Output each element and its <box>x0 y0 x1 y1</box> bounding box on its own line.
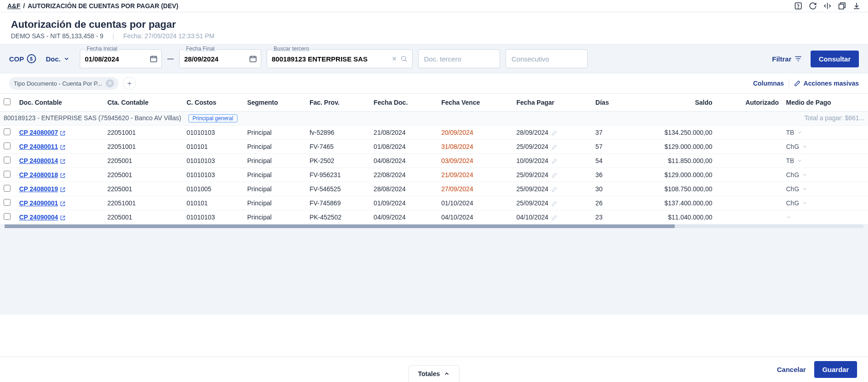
cell-aut[interactable] <box>716 196 783 210</box>
download-icon[interactable] <box>852 2 861 10</box>
cell-cc: 01010103 <box>183 154 243 168</box>
external-link-icon[interactable] <box>60 130 66 136</box>
row-checkbox[interactable] <box>4 128 10 135</box>
pencil-icon[interactable] <box>551 158 558 164</box>
pencil-icon[interactable] <box>551 186 558 193</box>
cell-aut[interactable] <box>716 126 783 140</box>
row-checkbox[interactable] <box>4 199 10 206</box>
cell-fpag[interactable]: 25/09/2024 <box>513 140 592 154</box>
doc-link[interactable]: CP 24080011 <box>19 143 58 150</box>
calendar-icon[interactable] <box>150 55 158 63</box>
consultar-button[interactable]: Consultar <box>811 51 859 67</box>
row-checkbox[interactable] <box>4 185 10 192</box>
svg-rect-4 <box>250 56 256 62</box>
calendar-icon[interactable] <box>249 55 257 63</box>
external-link-icon[interactable] <box>60 215 66 221</box>
clear-icon[interactable] <box>391 56 398 62</box>
external-link-icon[interactable] <box>60 144 66 150</box>
cell-fpag[interactable]: 28/09/2024 <box>513 126 592 140</box>
split-icon[interactable] <box>823 2 832 10</box>
table-row: CP 2408001922050010101005PrincipalFV-546… <box>0 182 868 196</box>
date-to-field[interactable]: Fecha Final <box>179 49 261 68</box>
cell-aut[interactable] <box>716 210 783 224</box>
cell-medio[interactable]: ChG <box>782 196 868 210</box>
chip-close-icon[interactable]: ✕ <box>106 79 114 87</box>
pencil-icon[interactable] <box>551 130 558 136</box>
row-checkbox[interactable] <box>4 143 10 149</box>
cell-medio[interactable]: TB <box>782 154 868 168</box>
cell-fpag[interactable]: 25/09/2024 <box>513 168 592 182</box>
doc-link[interactable]: CP 24090004 <box>19 214 58 221</box>
cell-aut[interactable] <box>716 154 783 168</box>
refresh-icon[interactable] <box>809 2 817 10</box>
row-checkbox[interactable] <box>4 157 10 163</box>
cell-medio[interactable]: ChG <box>782 182 868 196</box>
row-checkbox[interactable] <box>4 213 10 220</box>
col-fpag[interactable]: Fecha Pagar <box>513 94 592 112</box>
cell-fpag[interactable]: 25/09/2024 <box>513 196 592 210</box>
cell-fpag[interactable]: 10/09/2024 <box>513 154 592 168</box>
row-checkbox[interactable] <box>4 171 10 178</box>
col-cta[interactable]: Cta. Contable <box>104 94 183 112</box>
cell-fdoc: 04/09/2024 <box>370 210 438 224</box>
group-badge: Principal general <box>188 114 237 122</box>
col-fven[interactable]: Fecha Vence <box>438 94 513 112</box>
consecutivo-input[interactable] <box>506 49 588 68</box>
cell-aut[interactable] <box>716 140 783 154</box>
cell-fven: 31/08/2024 <box>438 140 513 154</box>
doc-tercero-input[interactable] <box>418 49 500 68</box>
pencil-icon[interactable] <box>551 172 558 178</box>
col-doc[interactable]: Doc. Contable <box>16 94 104 112</box>
cell-cc: 0101005 <box>183 182 243 196</box>
cell-aut[interactable] <box>716 168 783 182</box>
pencil-icon[interactable] <box>551 200 558 207</box>
select-all-checkbox[interactable] <box>4 98 10 105</box>
doc-link[interactable]: CP 24090001 <box>19 199 58 207</box>
pencil-icon[interactable] <box>551 144 558 150</box>
date-from-field[interactable]: Fecha Inicial <box>80 49 162 68</box>
col-seg[interactable]: Segmento <box>243 94 306 112</box>
cell-fdoc: 04/08/2024 <box>370 154 438 168</box>
col-saldo[interactable]: Saldo <box>626 94 716 112</box>
doc-link[interactable]: CP 24080018 <box>19 171 58 178</box>
popout-icon[interactable] <box>838 2 846 10</box>
col-aut[interactable]: Autorizado <box>716 94 783 112</box>
cell-medio[interactable]: ChG <box>782 168 868 182</box>
doc-link[interactable]: CP 24080019 <box>19 185 58 193</box>
col-fdoc[interactable]: Fecha Doc. <box>370 94 438 112</box>
search-icon[interactable] <box>400 55 408 62</box>
help-icon[interactable] <box>794 2 802 10</box>
date-to-input[interactable] <box>180 55 239 63</box>
pencil-icon[interactable] <box>551 214 558 221</box>
doc-type-selector[interactable]: Doc. <box>41 55 75 63</box>
external-link-icon[interactable] <box>60 201 66 207</box>
bulk-actions-button[interactable]: Acciones masivas <box>794 80 859 87</box>
cell-fac: PK-2502 <box>306 154 370 168</box>
col-medio[interactable]: Medio de Pago <box>782 94 868 112</box>
columns-button[interactable]: Columnas <box>753 80 784 87</box>
add-filter-button[interactable]: ＋ <box>123 77 136 90</box>
cell-medio[interactable]: TB <box>782 126 868 140</box>
cell-fpag[interactable]: 25/09/2024 <box>513 182 592 196</box>
horizontal-scrollbar[interactable] <box>5 224 863 228</box>
doc-link[interactable]: CP 24080007 <box>19 129 58 136</box>
external-link-icon[interactable] <box>60 158 66 164</box>
doc-link[interactable]: CP 24080014 <box>19 157 58 164</box>
breadcrumb-root[interactable]: A&F <box>7 2 21 10</box>
filter-chip-tipo-documento[interactable]: Tipo Documento - Cuenta Por P... ✕ <box>9 77 119 90</box>
cell-medio[interactable]: ChG <box>782 140 868 154</box>
cell-medio[interactable] <box>782 210 868 224</box>
cell-aut[interactable] <box>716 182 783 196</box>
currency-label: COP <box>9 55 24 63</box>
cell-fpag[interactable]: 04/10/2024 <box>513 210 592 224</box>
col-dias[interactable]: Días <box>592 94 626 112</box>
currency-selector[interactable]: COP $ <box>9 54 36 63</box>
col-cc[interactable]: C. Costos <box>183 94 243 112</box>
date-from-input[interactable] <box>80 55 140 63</box>
filter-button[interactable]: Filtrar <box>769 55 805 63</box>
third-party-search[interactable]: Buscar tercero <box>267 49 413 68</box>
search-input[interactable] <box>272 55 388 63</box>
col-fac[interactable]: Fac. Prov. <box>306 94 370 112</box>
external-link-icon[interactable] <box>60 187 66 193</box>
external-link-icon[interactable] <box>60 173 66 178</box>
